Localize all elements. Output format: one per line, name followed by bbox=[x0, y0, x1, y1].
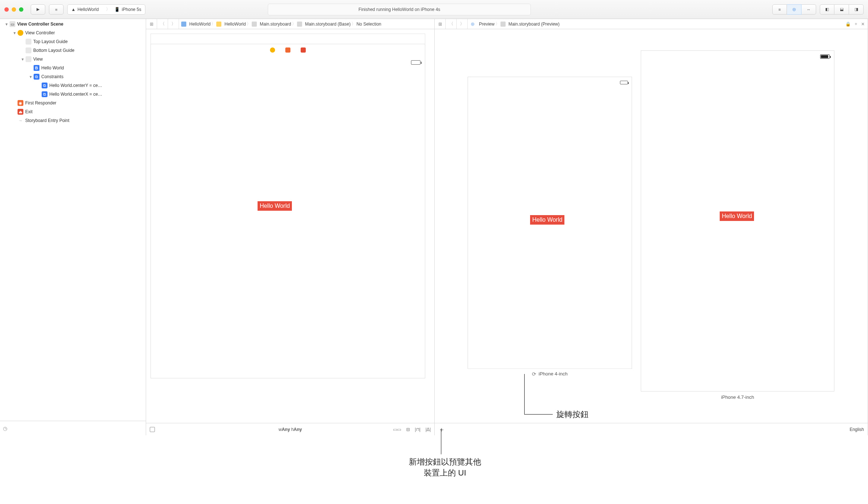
assistant-editor-button[interactable]: ◎ bbox=[787, 4, 802, 15]
outline-row[interactable]: ⧉Hello World.centerY = ce… bbox=[0, 81, 146, 90]
outline-item-label: View Controller Scene bbox=[17, 22, 64, 27]
play-icon: ▶ bbox=[37, 7, 39, 12]
close-assistant-button[interactable]: ✕ bbox=[861, 22, 865, 27]
toolbar: ▶ ■ ▲ HelloWorld 📱 iPhone 5s Finished ru… bbox=[0, 0, 868, 19]
guide-icon bbox=[26, 47, 31, 53]
outline-toggle-icon[interactable] bbox=[150, 427, 155, 432]
recent-icon[interactable]: ◷ bbox=[3, 425, 7, 431]
outline-row[interactable]: ▼⧉Constraints bbox=[0, 72, 146, 81]
size-class-control[interactable]: wAny hAny bbox=[278, 427, 302, 432]
hello-world-label[interactable]: Hello World bbox=[258, 201, 292, 211]
disclosure-triangle bbox=[37, 83, 41, 88]
add-assistant-button[interactable]: ＋ bbox=[854, 21, 858, 27]
jump-bar-path[interactable]: HelloWorld 〉 HelloWorld 〉 Main.storyboar… bbox=[179, 19, 384, 29]
scheme-target-label: HelloWorld bbox=[77, 7, 99, 12]
outline-row[interactable]: →Storyboard Entry Point bbox=[0, 116, 146, 125]
crumb-folder: HelloWorld bbox=[224, 22, 245, 27]
preview-canvas[interactable]: Hello World ⟳ iPhone 4-inch Hello World … bbox=[435, 29, 868, 423]
outline-row[interactable]: ◉First Responder bbox=[0, 99, 146, 107]
outline-row[interactable]: Top Layout Guide bbox=[0, 37, 146, 46]
outline-row[interactable]: Bottom Layout Guide bbox=[0, 46, 146, 55]
outline-row[interactable]: ▼View bbox=[0, 55, 146, 64]
outline-item-label: Exit bbox=[25, 109, 33, 114]
stop-button[interactable]: ■ bbox=[49, 4, 64, 15]
exit-dock-icon[interactable] bbox=[301, 47, 306, 53]
device-4inch-label: iPhone 4-inch bbox=[538, 371, 568, 377]
editor-mode-group: ≡ ◎ ↔ bbox=[772, 4, 816, 15]
forward-button[interactable]: 〉 bbox=[168, 19, 179, 29]
stack-icon[interactable]: ▭▭ bbox=[393, 427, 401, 432]
panel-bottom-icon: ⬓ bbox=[840, 7, 844, 12]
forward-right-button[interactable]: 〉 bbox=[457, 19, 468, 29]
scene-dock-bar bbox=[151, 34, 425, 44]
jump-bar-right: ⊞ 〈 〉 ◎Preview 〉 Main.storyboard (Previe… bbox=[435, 19, 868, 29]
outline-item-label: Bottom Layout Guide bbox=[33, 48, 75, 53]
back-button[interactable]: 〈 bbox=[157, 19, 168, 29]
battery-icon bbox=[620, 81, 628, 84]
constraint-icon: ⧉ bbox=[42, 83, 47, 88]
outline-filter-input[interactable] bbox=[10, 426, 143, 431]
related-items-right-button[interactable]: ⊞ bbox=[435, 19, 446, 29]
resolve-icon[interactable]: |Δ| bbox=[426, 427, 431, 432]
scheme-selector[interactable]: ▲ HelloWorld 📱 iPhone 5s bbox=[67, 4, 145, 15]
outline-row[interactable]: ▼▭View Controller Scene bbox=[0, 20, 146, 28]
standard-editor-button[interactable]: ≡ bbox=[772, 4, 787, 15]
view-controller-scene[interactable]: Hello World bbox=[151, 44, 425, 378]
close-window-button[interactable] bbox=[4, 7, 9, 12]
main-split: ▼▭View Controller Scene▼View ControllerT… bbox=[0, 19, 868, 435]
jump-bar-left: ⊞ 〈 〉 HelloWorld 〉 HelloWorld 〉 Main.sto… bbox=[146, 19, 434, 29]
panel-right-icon: ◨ bbox=[854, 7, 858, 12]
document-outline: ▼▭View Controller Scene▼View ControllerT… bbox=[0, 19, 146, 435]
toggle-navigator-button[interactable]: ◧ bbox=[820, 4, 834, 15]
callout-rotate: 旋轉按鈕 bbox=[556, 409, 589, 420]
outline-row[interactable]: BHello World bbox=[0, 64, 146, 72]
disclosure-triangle[interactable]: ▼ bbox=[4, 22, 9, 26]
zoom-window-button[interactable] bbox=[19, 7, 23, 12]
disclosure-triangle[interactable]: ▼ bbox=[12, 31, 17, 35]
outline-row[interactable]: ⏏Exit bbox=[0, 107, 146, 116]
disclosure-triangle[interactable]: ▼ bbox=[28, 75, 33, 79]
preview-device-4inch[interactable]: Hello World ⟳ iPhone 4-inch bbox=[468, 77, 632, 369]
stop-icon: ■ bbox=[55, 7, 58, 12]
preview-editor: ⊞ 〈 〉 ◎Preview 〉 Main.storyboard (Previe… bbox=[435, 19, 868, 435]
outline-item-label: View bbox=[33, 57, 43, 62]
disclosure-triangle bbox=[37, 92, 41, 96]
jump-bar-right-path[interactable]: ◎Preview 〉 Main.storyboard (Preview) bbox=[468, 19, 562, 29]
rotate-icon[interactable]: ⟳ bbox=[532, 371, 536, 377]
disclosure-triangle bbox=[20, 48, 25, 53]
toggle-utilities-button[interactable]: ◨ bbox=[849, 4, 864, 15]
hello-world-preview-47inch: Hello World bbox=[720, 211, 754, 221]
storyboard-canvas[interactable]: Hello World bbox=[146, 29, 434, 423]
entry-icon: → bbox=[18, 118, 23, 123]
add-preview-device-button[interactable]: ＋ bbox=[438, 425, 445, 434]
toggle-debug-button[interactable]: ⬓ bbox=[834, 4, 849, 15]
callout-line-rotate-h bbox=[524, 414, 553, 415]
disclosure-triangle bbox=[20, 39, 25, 44]
activity-status-text: Finished running HelloWorld on iPhone 4s bbox=[358, 7, 440, 12]
preview-device-47inch[interactable]: Hello World bbox=[641, 50, 834, 392]
outline-row[interactable]: ▼View Controller bbox=[0, 28, 146, 37]
run-button[interactable]: ▶ bbox=[31, 4, 45, 15]
guide-icon bbox=[26, 39, 31, 45]
crumb-preview-file: Main.storyboard (Preview) bbox=[509, 22, 560, 27]
crumb-file: Main.storyboard bbox=[260, 22, 291, 27]
first-responder-dock-icon[interactable] bbox=[285, 47, 290, 53]
version-editor-button[interactable]: ↔ bbox=[802, 4, 816, 15]
pin-icon[interactable]: |⊓| bbox=[415, 427, 420, 432]
outline-item-label: View Controller bbox=[25, 30, 55, 35]
align-icon[interactable]: ⊟ bbox=[406, 427, 410, 432]
back-right-button[interactable]: 〈 bbox=[446, 19, 457, 29]
lock-icon[interactable]: 🔒 bbox=[845, 22, 851, 27]
outline-item-label: Hello World.centerX = ce… bbox=[49, 92, 102, 97]
minimize-window-button[interactable] bbox=[12, 7, 16, 12]
disclosure-triangle[interactable]: ▼ bbox=[20, 57, 25, 61]
related-items-button[interactable]: ⊞ bbox=[146, 19, 157, 29]
vc-dock-icon[interactable] bbox=[270, 47, 275, 53]
preview-icon: ◎ bbox=[470, 21, 476, 27]
activity-status: Finished running HelloWorld on iPhone 4s bbox=[268, 4, 531, 15]
preview-language-button[interactable]: English bbox=[850, 427, 864, 432]
outline-row[interactable]: ⧉Hello World.centerX = ce… bbox=[0, 90, 146, 99]
outline-tree[interactable]: ▼▭View Controller Scene▼View ControllerT… bbox=[0, 19, 146, 421]
crumb-preview: Preview bbox=[479, 22, 495, 27]
toolbar-right: ≡ ◎ ↔ ◧ ⬓ ◨ bbox=[772, 4, 864, 15]
